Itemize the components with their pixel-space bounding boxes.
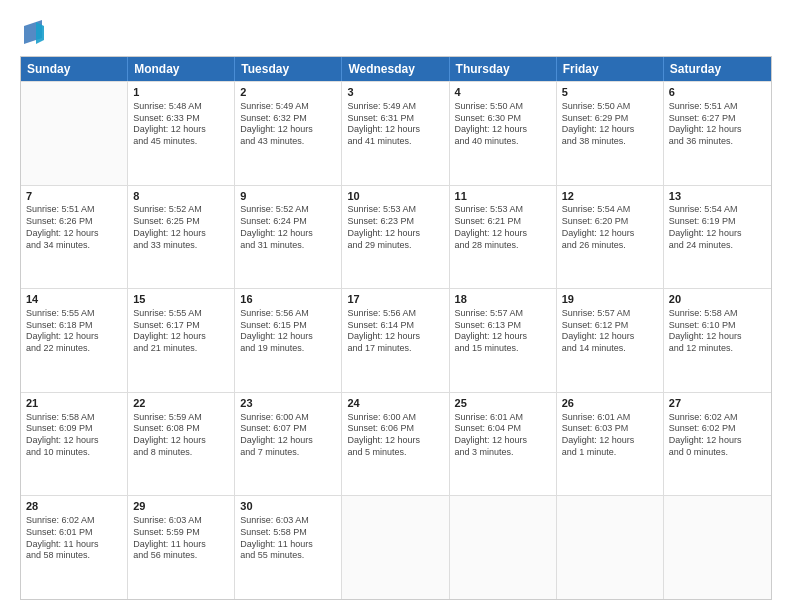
cell-day-number: 14 [26,292,122,307]
cell-info: Sunrise: 5:51 AM Sunset: 6:26 PM Dayligh… [26,204,122,251]
cell-day-number: 25 [455,396,551,411]
calendar-cell: 27Sunrise: 6:02 AM Sunset: 6:02 PM Dayli… [664,393,771,496]
cell-day-number: 10 [347,189,443,204]
cell-day-number: 9 [240,189,336,204]
calendar-cell [450,496,557,599]
weekday-header-friday: Friday [557,57,664,81]
page: SundayMondayTuesdayWednesdayThursdayFrid… [0,0,792,612]
calendar-cell: 2Sunrise: 5:49 AM Sunset: 6:32 PM Daylig… [235,82,342,185]
header [20,18,772,46]
weekday-header-sunday: Sunday [21,57,128,81]
cell-day-number: 11 [455,189,551,204]
cell-info: Sunrise: 5:54 AM Sunset: 6:19 PM Dayligh… [669,204,766,251]
cell-day-number: 5 [562,85,658,100]
calendar-cell: 5Sunrise: 5:50 AM Sunset: 6:29 PM Daylig… [557,82,664,185]
cell-day-number: 15 [133,292,229,307]
cell-info: Sunrise: 5:48 AM Sunset: 6:33 PM Dayligh… [133,101,229,148]
calendar: SundayMondayTuesdayWednesdayThursdayFrid… [20,56,772,600]
calendar-cell: 9Sunrise: 5:52 AM Sunset: 6:24 PM Daylig… [235,186,342,289]
calendar-row-2: 7Sunrise: 5:51 AM Sunset: 6:26 PM Daylig… [21,185,771,289]
cell-info: Sunrise: 5:58 AM Sunset: 6:10 PM Dayligh… [669,308,766,355]
calendar-cell: 15Sunrise: 5:55 AM Sunset: 6:17 PM Dayli… [128,289,235,392]
cell-day-number: 22 [133,396,229,411]
cell-info: Sunrise: 5:50 AM Sunset: 6:30 PM Dayligh… [455,101,551,148]
calendar-body: 1Sunrise: 5:48 AM Sunset: 6:33 PM Daylig… [21,81,771,599]
calendar-cell: 3Sunrise: 5:49 AM Sunset: 6:31 PM Daylig… [342,82,449,185]
cell-info: Sunrise: 6:00 AM Sunset: 6:06 PM Dayligh… [347,412,443,459]
calendar-cell: 1Sunrise: 5:48 AM Sunset: 6:33 PM Daylig… [128,82,235,185]
calendar-cell: 12Sunrise: 5:54 AM Sunset: 6:20 PM Dayli… [557,186,664,289]
calendar-cell: 21Sunrise: 5:58 AM Sunset: 6:09 PM Dayli… [21,393,128,496]
calendar-cell: 20Sunrise: 5:58 AM Sunset: 6:10 PM Dayli… [664,289,771,392]
cell-info: Sunrise: 5:53 AM Sunset: 6:23 PM Dayligh… [347,204,443,251]
cell-info: Sunrise: 5:50 AM Sunset: 6:29 PM Dayligh… [562,101,658,148]
cell-info: Sunrise: 5:54 AM Sunset: 6:20 PM Dayligh… [562,204,658,251]
cell-info: Sunrise: 6:01 AM Sunset: 6:04 PM Dayligh… [455,412,551,459]
calendar-cell: 22Sunrise: 5:59 AM Sunset: 6:08 PM Dayli… [128,393,235,496]
calendar-cell: 30Sunrise: 6:03 AM Sunset: 5:58 PM Dayli… [235,496,342,599]
cell-info: Sunrise: 5:49 AM Sunset: 6:31 PM Dayligh… [347,101,443,148]
cell-info: Sunrise: 6:00 AM Sunset: 6:07 PM Dayligh… [240,412,336,459]
cell-info: Sunrise: 6:03 AM Sunset: 5:59 PM Dayligh… [133,515,229,562]
calendar-cell: 8Sunrise: 5:52 AM Sunset: 6:25 PM Daylig… [128,186,235,289]
cell-day-number: 2 [240,85,336,100]
calendar-cell: 26Sunrise: 6:01 AM Sunset: 6:03 PM Dayli… [557,393,664,496]
cell-info: Sunrise: 5:55 AM Sunset: 6:18 PM Dayligh… [26,308,122,355]
logo [20,18,44,46]
calendar-cell: 10Sunrise: 5:53 AM Sunset: 6:23 PM Dayli… [342,186,449,289]
cell-info: Sunrise: 5:55 AM Sunset: 6:17 PM Dayligh… [133,308,229,355]
cell-day-number: 19 [562,292,658,307]
calendar-cell [342,496,449,599]
calendar-cell [664,496,771,599]
cell-day-number: 8 [133,189,229,204]
cell-day-number: 12 [562,189,658,204]
cell-day-number: 20 [669,292,766,307]
cell-day-number: 16 [240,292,336,307]
cell-info: Sunrise: 5:56 AM Sunset: 6:14 PM Dayligh… [347,308,443,355]
weekday-header-tuesday: Tuesday [235,57,342,81]
weekday-header-saturday: Saturday [664,57,771,81]
cell-day-number: 21 [26,396,122,411]
calendar-row-4: 21Sunrise: 5:58 AM Sunset: 6:09 PM Dayli… [21,392,771,496]
cell-day-number: 17 [347,292,443,307]
calendar-cell: 24Sunrise: 6:00 AM Sunset: 6:06 PM Dayli… [342,393,449,496]
calendar-cell [557,496,664,599]
calendar-cell: 18Sunrise: 5:57 AM Sunset: 6:13 PM Dayli… [450,289,557,392]
calendar-row-1: 1Sunrise: 5:48 AM Sunset: 6:33 PM Daylig… [21,81,771,185]
cell-info: Sunrise: 5:59 AM Sunset: 6:08 PM Dayligh… [133,412,229,459]
calendar-row-5: 28Sunrise: 6:02 AM Sunset: 6:01 PM Dayli… [21,495,771,599]
cell-day-number: 24 [347,396,443,411]
cell-info: Sunrise: 5:53 AM Sunset: 6:21 PM Dayligh… [455,204,551,251]
cell-info: Sunrise: 5:51 AM Sunset: 6:27 PM Dayligh… [669,101,766,148]
cell-day-number: 3 [347,85,443,100]
cell-day-number: 27 [669,396,766,411]
calendar-cell: 28Sunrise: 6:02 AM Sunset: 6:01 PM Dayli… [21,496,128,599]
logo-icon [22,18,44,46]
calendar-cell [21,82,128,185]
calendar-row-3: 14Sunrise: 5:55 AM Sunset: 6:18 PM Dayli… [21,288,771,392]
cell-info: Sunrise: 5:57 AM Sunset: 6:13 PM Dayligh… [455,308,551,355]
calendar-cell: 19Sunrise: 5:57 AM Sunset: 6:12 PM Dayli… [557,289,664,392]
cell-day-number: 30 [240,499,336,514]
calendar-cell: 6Sunrise: 5:51 AM Sunset: 6:27 PM Daylig… [664,82,771,185]
weekday-header-thursday: Thursday [450,57,557,81]
cell-day-number: 28 [26,499,122,514]
cell-day-number: 13 [669,189,766,204]
calendar-cell: 4Sunrise: 5:50 AM Sunset: 6:30 PM Daylig… [450,82,557,185]
calendar-cell: 13Sunrise: 5:54 AM Sunset: 6:19 PM Dayli… [664,186,771,289]
cell-info: Sunrise: 6:02 AM Sunset: 6:02 PM Dayligh… [669,412,766,459]
cell-day-number: 18 [455,292,551,307]
cell-day-number: 23 [240,396,336,411]
cell-info: Sunrise: 5:52 AM Sunset: 6:24 PM Dayligh… [240,204,336,251]
calendar-header: SundayMondayTuesdayWednesdayThursdayFrid… [21,57,771,81]
weekday-header-wednesday: Wednesday [342,57,449,81]
cell-day-number: 4 [455,85,551,100]
calendar-cell: 25Sunrise: 6:01 AM Sunset: 6:04 PM Dayli… [450,393,557,496]
calendar-cell: 29Sunrise: 6:03 AM Sunset: 5:59 PM Dayli… [128,496,235,599]
calendar-cell: 23Sunrise: 6:00 AM Sunset: 6:07 PM Dayli… [235,393,342,496]
calendar-cell: 16Sunrise: 5:56 AM Sunset: 6:15 PM Dayli… [235,289,342,392]
calendar-cell: 7Sunrise: 5:51 AM Sunset: 6:26 PM Daylig… [21,186,128,289]
cell-day-number: 29 [133,499,229,514]
cell-info: Sunrise: 5:57 AM Sunset: 6:12 PM Dayligh… [562,308,658,355]
cell-info: Sunrise: 6:02 AM Sunset: 6:01 PM Dayligh… [26,515,122,562]
